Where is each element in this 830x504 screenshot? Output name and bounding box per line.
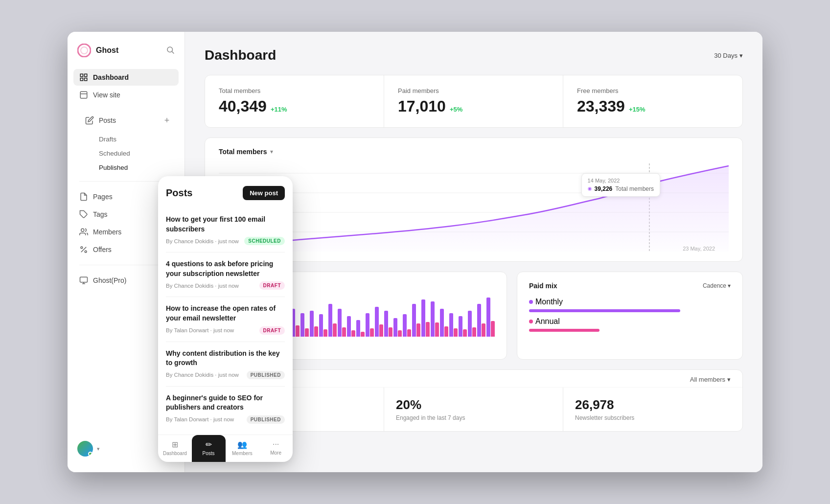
- mobile-nav-posts[interactable]: ✏ Posts: [192, 435, 226, 462]
- sidebar-item-drafts[interactable]: Drafts: [93, 133, 179, 146]
- chevron-down-icon: ▾: [739, 52, 743, 59]
- mobile-nav-members-label: Members: [232, 451, 253, 456]
- paid-mix-items: Monthly Annual: [529, 298, 731, 332]
- svg-rect-8: [80, 92, 87, 98]
- pages-icon: [79, 192, 88, 201]
- post-item-1[interactable]: How to get your first 100 email subscrib…: [166, 208, 285, 252]
- engaged-value: 20%: [396, 397, 551, 412]
- dashboard-icon: [79, 73, 88, 82]
- free-members-change: +15%: [629, 106, 646, 113]
- sidebar-item-published[interactable]: Published: [93, 161, 179, 174]
- mobile-content: Posts New post How to get your first 100…: [158, 176, 293, 431]
- paid-members-value-row: 17,010 +5%: [398, 97, 549, 115]
- mobile-overlay: Posts New post How to get your first 100…: [158, 176, 293, 462]
- post-title-1: How to get your first 100 email subscrib…: [166, 215, 285, 234]
- all-members-chevron-icon: ▾: [727, 376, 731, 383]
- mobile-nav-more[interactable]: ··· More: [259, 435, 293, 462]
- search-icon[interactable]: [166, 46, 175, 54]
- paid-mix-monthly: Monthly: [529, 298, 731, 312]
- mobile-nav-more-label: More: [270, 450, 281, 456]
- cadence-selector[interactable]: Cadence ▾: [703, 282, 731, 289]
- days-selector[interactable]: 30 Days ▾: [714, 52, 743, 59]
- mobile-nav-posts-label: Posts: [203, 451, 215, 456]
- cadence-chevron-icon: ▾: [728, 282, 731, 289]
- mobile-nav-members[interactable]: 👥 Members: [226, 435, 259, 462]
- post-badge-2: DRAFT: [259, 281, 285, 290]
- post-title-2: 4 questions to ask before pricing your s…: [166, 259, 285, 278]
- svg-rect-6: [80, 78, 83, 81]
- ghost-pro-label: Ghost(Pro): [93, 276, 126, 284]
- new-post-button[interactable]: New post: [243, 186, 285, 200]
- free-members-value: 23,339: [577, 97, 625, 115]
- members-icon: [79, 228, 88, 236]
- post-title-5: A beginner's guide to SEO for publishers…: [166, 393, 285, 412]
- mobile-more-icon: ···: [273, 440, 279, 449]
- post-badge-3: DRAFT: [259, 326, 285, 335]
- annual-label: Annual: [535, 317, 560, 326]
- post-item-2[interactable]: 4 questions to ask before pricing your s…: [166, 252, 285, 297]
- posts-label: Posts: [99, 116, 116, 124]
- chart-end-date: 23 May, 2022: [683, 246, 715, 252]
- sidebar-item-posts[interactable]: Posts: [79, 112, 161, 129]
- total-members-value-row: 40,349 +11%: [219, 97, 370, 115]
- svg-rect-7: [85, 78, 87, 81]
- posts-subnav: Drafts Scheduled Published: [73, 133, 179, 174]
- post-title-4: Why content distribution is the key to g…: [166, 349, 285, 368]
- total-members-value: 40,349: [219, 97, 267, 115]
- post-meta-2: By Chance Dokidis · just now DRAFT: [166, 281, 285, 290]
- chevron-down-icon: ▾: [97, 446, 100, 452]
- tooltip-value: 39,226 Total members: [588, 185, 654, 192]
- chart-title: Total members: [219, 148, 267, 156]
- post-badge-1: SCHEDULED: [244, 237, 285, 245]
- svg-point-13: [81, 247, 83, 249]
- ghost-pro-icon: [79, 276, 88, 285]
- tags-icon: [79, 210, 88, 219]
- all-members-selector[interactable]: All members ▾: [690, 376, 731, 383]
- svg-point-1: [81, 47, 88, 54]
- svg-point-2: [167, 47, 173, 52]
- post-title-3: How to increase the open rates of your e…: [166, 304, 285, 323]
- sidebar-item-scheduled[interactable]: Scheduled: [93, 147, 179, 160]
- monthly-legend: Monthly: [529, 298, 731, 306]
- newsletter-value: 26,978: [575, 397, 731, 412]
- paid-mix-header: Paid mix Cadence ▾: [529, 282, 731, 290]
- mobile-nav-dashboard[interactable]: ⊞ Dashboard: [158, 435, 192, 462]
- svg-line-3: [172, 51, 174, 53]
- svg-point-11: [81, 229, 84, 231]
- free-members-card: Free members 23,339 +15%: [563, 75, 742, 127]
- ghost-logo-icon: [77, 44, 91, 57]
- viewsite-icon: [79, 91, 88, 99]
- post-author-5: By Talan Dorwart · just now: [166, 416, 234, 422]
- monthly-bar: [529, 309, 680, 312]
- tags-label: Tags: [93, 210, 108, 218]
- monthly-dot: [529, 300, 533, 304]
- post-item-4[interactable]: Why content distribution is the key to g…: [166, 342, 285, 387]
- total-members-label: Total members: [219, 87, 370, 94]
- viewsite-label: View site: [93, 91, 120, 99]
- svg-rect-5: [85, 74, 87, 76]
- chart-chevron-icon: ▾: [270, 148, 273, 155]
- post-badge-4: PUBLISHED: [247, 371, 285, 379]
- annual-legend: Annual: [529, 317, 731, 326]
- post-meta-4: By Chance Dokidis · just now PUBLISHED: [166, 371, 285, 379]
- main-chart-area: 14 May, 2022 39,226 Total members 23 May…: [219, 163, 729, 252]
- post-author-1: By Chance Dokidis · just now: [166, 238, 239, 244]
- posts-icon: [85, 116, 94, 125]
- post-item-5[interactable]: A beginner's guide to SEO for publishers…: [166, 387, 285, 431]
- post-badge-5: PUBLISHED: [247, 415, 285, 424]
- tooltip-number: 39,226: [595, 185, 613, 192]
- mobile-bottom-nav: ⊞ Dashboard ✏ Posts 👥 Members ··· More: [158, 435, 293, 462]
- post-item-3[interactable]: How to increase the open rates of your e…: [166, 297, 285, 342]
- stats-row: Total members 40,349 +11% Paid members 1…: [205, 75, 743, 128]
- paid-members-value: 17,010: [398, 97, 446, 115]
- total-members-card: Total members 40,349 +11%: [205, 75, 384, 127]
- app-window: Ghost Dashboard View site: [68, 32, 762, 472]
- paid-members-change: +5%: [450, 106, 462, 113]
- sidebar-item-dashboard[interactable]: Dashboard: [73, 69, 179, 86]
- svg-point-0: [78, 44, 91, 57]
- annual-bar: [529, 329, 599, 332]
- sidebar-item-viewsite[interactable]: View site: [73, 87, 179, 103]
- new-post-plus-button[interactable]: +: [161, 115, 173, 126]
- engaged-card: 20% Engaged in the last 7 days: [384, 388, 563, 431]
- free-members-value-row: 23,339 +15%: [577, 97, 729, 115]
